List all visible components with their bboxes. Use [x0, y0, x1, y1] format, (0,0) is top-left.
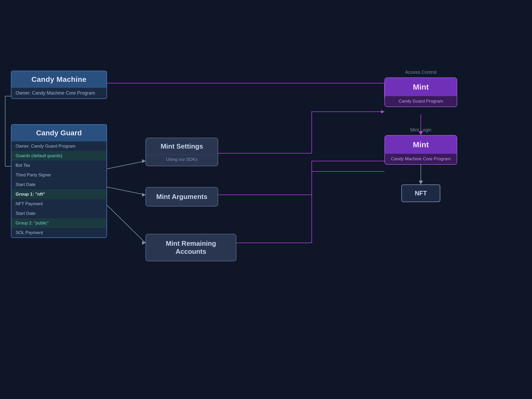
- nft-label: NFT: [402, 185, 440, 202]
- guard-row-owner: Owner: Candy Guard Program: [11, 141, 107, 151]
- candy-machine-owner: Owner: Candy Machine Core Program: [11, 88, 107, 98]
- mint-arguments-box: Mint Arguments: [145, 187, 218, 207]
- mint-settings-box: Mint Settings Using our SDKs: [145, 138, 218, 166]
- guard-row-guards: Guards (default guards): [11, 151, 107, 161]
- svg-marker-10: [381, 110, 384, 114]
- svg-line-0: [107, 161, 145, 169]
- svg-marker-7: [142, 159, 145, 163]
- guard-row-sol-payment: SOL Payment: [11, 228, 107, 237]
- candy-guard-title: Candy Guard: [11, 125, 107, 141]
- mint-settings-title: Mint Settings: [146, 138, 218, 155]
- access-control-label: Access Control: [384, 70, 457, 75]
- mint-remaining-box: Mint Remaining Accounts: [145, 234, 236, 261]
- guard-row-group1: Group 1: "nft": [11, 189, 107, 199]
- mint-settings-subtitle: Using our SDKs: [146, 155, 218, 166]
- mint-arguments-title: Mint Arguments: [146, 188, 218, 206]
- guard-row-start-date-1: Start Date: [11, 180, 107, 189]
- guard-row-bot-tax: Bot Tax: [11, 161, 107, 170]
- nft-box: NFT: [401, 184, 440, 202]
- mint-core-subtitle: Candy Machine Core Program: [385, 154, 457, 164]
- diagram-container: Candy Machine Owner: Candy Machine Core …: [0, 0, 532, 399]
- svg-marker-8: [142, 193, 145, 197]
- guard-row-start-date-2: Start Date: [11, 209, 107, 218]
- svg-line-2: [107, 205, 145, 243]
- mint-guard-title: Mint: [385, 78, 457, 96]
- svg-marker-9: [142, 241, 145, 245]
- mint-guard-subtitle: Candy Guard Program: [385, 96, 457, 107]
- mint-core-program-box: Mint Candy Machine Core Program: [384, 135, 457, 165]
- candy-machine-box: Candy Machine Owner: Candy Machine Core …: [11, 71, 107, 99]
- mint-logic-label: Mint Logic: [384, 127, 457, 133]
- candy-machine-title: Candy Machine: [11, 71, 107, 88]
- mint-guard-program-box: Mint Candy Guard Program: [384, 77, 457, 107]
- svg-line-1: [107, 187, 145, 195]
- candy-guard-box: Candy Guard Owner: Candy Guard Program G…: [11, 124, 107, 238]
- guard-row-third-party: Third Party Signer: [11, 170, 107, 180]
- guard-row-nft-payment: NFT Payment: [11, 199, 107, 209]
- mint-remaining-title: Mint Remaining Accounts: [146, 234, 236, 261]
- mint-core-title: Mint: [385, 136, 457, 154]
- svg-marker-6: [419, 181, 423, 184]
- guard-row-group2: Group 2: "public": [11, 218, 107, 228]
